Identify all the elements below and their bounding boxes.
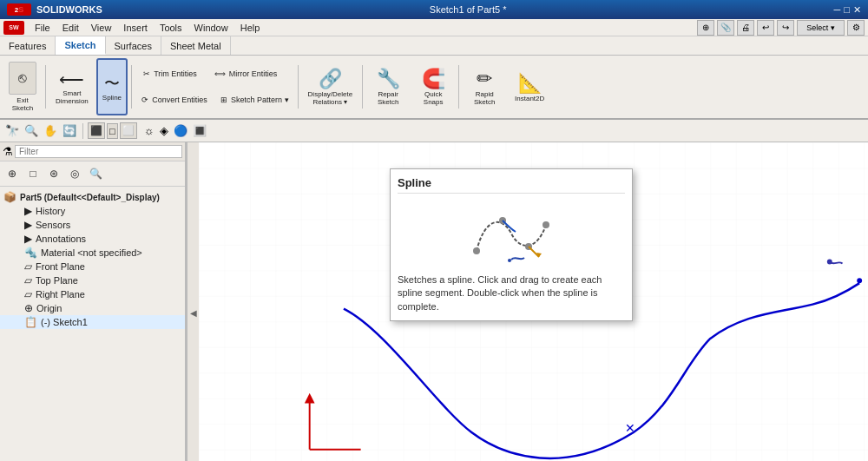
rapid-sketch-button[interactable]: ✏ RapidSketch [463,58,506,115]
tree-sketch1-icon: 📋 [24,316,37,328]
menu-window[interactable]: Window [189,21,233,35]
svg-point-6 [508,259,511,262]
view-edge-btn[interactable]: □ [107,123,118,139]
repair-sketch-button[interactable]: 🔧 RepairSketch [366,58,410,115]
toolbar-icon-7[interactable]: ⚙ [847,20,865,36]
titlebar-left: 2S SOLIDWORKS [7,3,102,16]
quick-snaps-label: QuickSnaps [424,90,444,106]
tree-top-label: Top Plane [36,275,78,286]
view-extra-2[interactable]: ◈ [158,122,170,139]
view-zoom-btn[interactable]: 🔍 [23,122,40,139]
smart-dimension-button[interactable]: ⟵ SmartDimension [49,58,95,115]
sidebar-collapse-handle[interactable]: ◀ [187,142,199,461]
tab-sheet-metal[interactable]: Sheet Metal [161,36,231,55]
rapid-sketch-icon: ✏ [477,68,492,90]
tree-annotations[interactable]: ▶ Annotations [0,232,185,246]
spline-icon: 〜 [104,73,120,94]
tree-material[interactable]: 🔩 Material <not specified> [0,246,185,260]
menu-edit[interactable]: Edit [57,21,84,35]
sketch-row-2: ⟳ Convert Entities ⊞ Sketch Pattern ▾ [135,88,294,112]
toolbar-icon-2[interactable]: 📎 [717,20,734,36]
sep3 [298,65,299,109]
trim-entities-button[interactable]: ✂ Trim Entities [135,62,205,86]
tree-material-label: Material <not specified> [41,247,142,258]
view-pan-btn[interactable]: ✋ [42,122,59,139]
tree-material-icon: 🔩 [24,247,37,259]
sketch-row-1: ✂ Trim Entities ⟺ Mirror Entities [135,62,294,86]
sketch-pattern-button[interactable]: ⊞ Sketch Pattern ▾ [215,88,294,112]
view-more-btns: ☼ ◈ 🔵 🔳 [142,122,208,139]
tree-right-plane[interactable]: ▱ Right Plane [0,287,185,301]
menu-view[interactable]: View [86,21,117,35]
pattern-label: Sketch Pattern ▾ [231,95,289,104]
convert-entities-button[interactable]: ⟳ Convert Entities [135,88,214,112]
spline-tooltip-preview [459,199,563,268]
view-toolbar: 🔭 🔍 ✋ 🔄 ⬛ □ ⬜ ☼ ◈ 🔵 🔳 [0,120,868,142]
tree-top-plane[interactable]: ▱ Top Plane [0,273,185,287]
sidebar-btn-2[interactable]: □ [23,164,43,183]
sidebar-btn-5[interactable]: 🔍 [86,164,105,183]
toolbar-icon-3[interactable]: 🖨 [737,20,754,36]
display-delete-button[interactable]: 🔗 Display/DeleteRelations ▾ [302,58,359,115]
spline-button[interactable]: 〜 Spline [96,58,128,115]
menu-help[interactable]: Help [235,21,266,35]
menu-file[interactable]: File [30,21,56,35]
svg-point-3 [542,221,549,228]
instant2d-label: Instant2D [515,95,544,102]
exit-sketch-label: Exit Sketch [12,96,33,112]
exit-sketch-button[interactable]: ⎋ Exit Sketch [3,58,42,115]
repair-sketch-label: RepairSketch [378,90,398,106]
tree-sensors[interactable]: ▶ Sensors [0,218,185,232]
view-extra-4[interactable]: 🔳 [191,122,208,139]
tree-origin[interactable]: ⊕ Origin [0,301,185,315]
instant2d-button[interactable]: 📐 Instant2D [508,58,551,115]
toolbar-icon-5[interactable]: ↪ [777,20,794,36]
view-sep [82,123,83,139]
view-orient-btn[interactable]: 🔭 [3,122,21,139]
tree-sketch1[interactable]: 📋 (-) Sketch1 [0,315,185,329]
menu-tools[interactable]: Tools [155,21,187,35]
view-extra-3[interactable]: 🔵 [172,122,189,139]
tree-root[interactable]: 📦 Part5 (Default<<Default>_Display) [0,190,185,204]
canvas-area[interactable]: Spline Sketches a spline. Click and drag… [199,142,868,461]
svg-text:✕: ✕ [625,422,635,435]
tree-right-icon: ▱ [24,288,32,300]
sw-logo-small: SW [3,21,24,35]
titlebar-app: SOLIDWORKS [36,4,102,15]
sidebar-filter-bar: ⚗ [0,142,185,161]
svg-point-13 [857,278,862,283]
instant2d-icon: 📐 [518,72,542,95]
view-wire-btn[interactable]: ⬜ [120,122,137,139]
view-extra-1[interactable]: ☼ [142,122,156,139]
tree-history[interactable]: ▶ History [0,204,185,218]
mirror-entities-button[interactable]: ⟺ Mirror Entities [207,62,285,86]
window-controls[interactable]: ─ □ ✕ [834,4,861,16]
sep4 [362,65,363,109]
filter-input[interactable] [15,145,182,158]
sidebar-btn-4[interactable]: ◎ [65,164,84,183]
sep5 [458,65,459,109]
exit-sketch-icon: ⎋ [9,62,36,95]
toolbar-icon-4[interactable]: ↩ [757,20,774,36]
tab-surfaces[interactable]: Surfaces [106,36,161,55]
toolbar-icon-6[interactable]: Select ▾ [797,20,845,36]
smart-dimension-label: SmartDimension [56,89,89,105]
sidebar-btn-1[interactable]: ⊕ [3,164,22,183]
tree-front-plane[interactable]: ▱ Front Plane [0,260,185,273]
tab-features[interactable]: Features [0,36,56,55]
menu-insert[interactable]: Insert [118,21,153,35]
tree-root-icon: 📦 [3,191,16,203]
solidworks-logo: 2S [7,3,31,16]
sidebar: ⚗ ⊕ □ ⊛ ◎ 🔍 📦 Part5 (Default<<Default>_D… [0,142,187,461]
toolbar-icon-1[interactable]: ⊕ [697,20,714,36]
mirror-label: Mirror Entities [229,69,278,78]
quick-snaps-button[interactable]: 🧲 QuickSnaps [411,58,455,115]
tree-annotations-label: Annotations [36,234,86,244]
tree-root-label: Part5 (Default<<Default>_Display) [20,193,160,202]
sidebar-btn-3[interactable]: ⊛ [44,164,63,183]
tree-right-label: Right Plane [36,289,85,300]
view-shading-btn[interactable]: ⬛ [88,122,105,139]
tab-sketch[interactable]: Sketch [56,36,105,55]
view-rotate-btn[interactable]: 🔄 [61,122,78,139]
svg-point-14 [827,260,832,265]
